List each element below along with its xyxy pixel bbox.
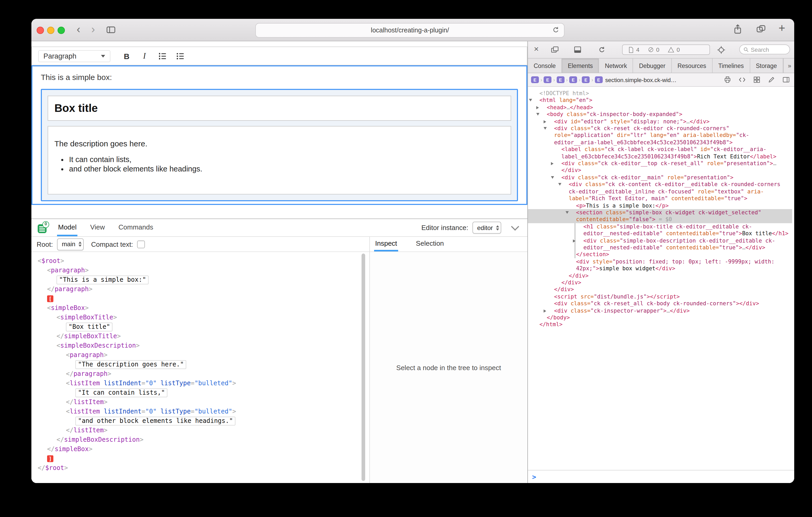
collapse-inspector-button[interactable] <box>511 223 519 232</box>
new-tab-button[interactable]: + <box>779 22 785 35</box>
tab-model[interactable]: Model <box>57 219 78 236</box>
tab-console[interactable]: Console <box>528 59 562 73</box>
breadcrumb-element-badge[interactable]: E <box>569 76 577 83</box>
dom-tree-line[interactable]: </html> <box>528 321 792 328</box>
model-tree-line[interactable]: <simpleBoxTitle> <box>31 313 369 322</box>
dom-tree-line[interactable]: <head>…</head> <box>528 104 792 111</box>
model-tree[interactable]: <$root><paragraph>"This is a simple box:… <box>31 252 369 483</box>
model-tree-line[interactable]: <simpleBox> <box>31 303 369 313</box>
tab-network[interactable]: Network <box>599 59 633 73</box>
tab-timelines[interactable]: Timelines <box>713 59 750 73</box>
address-bar[interactable]: localhost/creating-a-plugin/ <box>255 23 564 38</box>
model-text-node[interactable]: "The description goes here." <box>75 360 186 369</box>
dom-tree-line[interactable]: <div class="ck ck-content ck-editor__edi… <box>528 181 792 202</box>
reload-button[interactable] <box>551 26 560 34</box>
tab-resources[interactable]: Resources <box>672 59 713 73</box>
editor-editable-area[interactable]: This is a simple box: Box title The desc… <box>31 65 527 205</box>
bold-button[interactable]: B <box>119 49 135 63</box>
model-tree-line[interactable]: </paragraph> <box>31 284 369 294</box>
simple-box-widget[interactable]: Box title The description goes here. It … <box>41 89 518 201</box>
model-tree-line[interactable]: "and other block elements like headings.… <box>31 416 369 426</box>
dom-tree-line[interactable]: <script src="dist/bundle.js"></script> <box>528 293 792 300</box>
minimize-window-button[interactable] <box>47 27 54 34</box>
disclosure-triangle-icon[interactable] <box>549 118 554 125</box>
tab-overview-button[interactable] <box>755 24 766 34</box>
model-tree-line[interactable]: <paragraph> <box>31 266 369 275</box>
dock-bottom-button[interactable] <box>572 44 583 55</box>
numbered-list-button[interactable] <box>154 49 170 63</box>
disclosure-triangle-icon[interactable] <box>542 104 547 111</box>
breadcrumb-element-badge[interactable]: E <box>544 76 552 83</box>
print-styles-button[interactable] <box>724 76 731 84</box>
disclosure-triangle-icon[interactable] <box>578 237 583 244</box>
disclosure-triangle-icon[interactable] <box>534 97 540 104</box>
disclosure-triangle-icon[interactable] <box>563 181 569 188</box>
dom-tree-line[interactable]: </div> <box>528 286 792 293</box>
editor-paragraph[interactable]: This is a simple box: <box>41 73 518 82</box>
dom-tree-line[interactable]: <div class="ck ck-reset ck-editor ck-rou… <box>528 125 792 146</box>
list-item[interactable]: It can contain lists, <box>69 155 504 163</box>
tab-elements[interactable]: Elements <box>562 59 599 73</box>
console-prompt[interactable]: > <box>528 470 794 483</box>
layout-grid-button[interactable] <box>753 76 761 84</box>
tab-view[interactable]: View <box>89 219 106 236</box>
model-tree-line[interactable]: "This is a simple box:" <box>31 275 369 284</box>
close-window-button[interactable] <box>37 27 44 34</box>
paragraph-style-dropdown[interactable]: Paragraph <box>38 50 110 62</box>
disclosure-triangle-icon[interactable] <box>549 307 554 314</box>
back-button[interactable]: ‹ <box>72 23 85 36</box>
breadcrumb-element-badge[interactable]: E <box>531 76 539 83</box>
error-count-badge[interactable]: 0 <box>648 47 659 53</box>
dom-tree-line[interactable]: <div class="ck ck-editor__main" role="pr… <box>528 174 792 181</box>
disclosure-triangle-icon[interactable] <box>556 174 561 181</box>
model-tree-line[interactable]: <listItem listIndent="0" listType="bulle… <box>31 378 369 388</box>
model-tree-line[interactable]: "It can contain lists," <box>31 388 369 397</box>
share-button[interactable] <box>732 24 743 35</box>
description-paragraph[interactable]: The description goes here. <box>54 139 504 148</box>
dom-tree[interactable]: <!DOCTYPE html><html lang="en"><head>…</… <box>528 87 794 470</box>
model-text-node[interactable]: "Box title" <box>66 323 113 331</box>
model-tree-line[interactable]: <paragraph> <box>31 350 369 360</box>
tab-debugger[interactable]: Debugger <box>633 59 672 73</box>
dom-tree-line[interactable]: <div style="position: fixed; top: 0px; l… <box>528 258 792 272</box>
disclosure-triangle-icon[interactable] <box>549 125 554 132</box>
dom-tree-line[interactable]: </div> <box>528 279 792 286</box>
inspector-search-field[interactable]: Search <box>739 44 790 54</box>
dom-tree-line[interactable]: <label class="ck ck-label ck-voice-label… <box>528 146 792 160</box>
details-sidebar-button[interactable] <box>782 76 790 84</box>
root-select[interactable]: main <box>57 238 84 250</box>
disclosure-triangle-icon[interactable] <box>542 111 547 118</box>
model-tree-line[interactable]: </$root> <box>31 463 369 473</box>
warning-count-badge[interactable]: 0 <box>668 47 680 53</box>
reload-page-button[interactable] <box>596 44 607 55</box>
breadcrumb-element-badge[interactable]: E <box>556 76 564 83</box>
model-tree-line[interactable]: </paragraph> <box>31 369 369 378</box>
list-item[interactable]: and other block elements like headings. <box>69 165 504 173</box>
breadcrumb-element-badge[interactable]: E <box>582 76 590 83</box>
tab-inspect[interactable]: Inspect <box>374 237 398 251</box>
simple-box-description[interactable]: The description goes here. It can contai… <box>48 126 511 194</box>
dom-tree-line[interactable]: </body> <box>528 314 792 321</box>
model-tree-line[interactable]: <listItem listIndent="0" listType="bulle… <box>31 407 369 416</box>
model-tree-line[interactable]: </listItem> <box>31 397 369 407</box>
model-tree-line[interactable]: <$root> <box>31 256 369 266</box>
simple-box-title[interactable]: Box title <box>48 96 511 121</box>
breadcrumb-element-badge[interactable]: E <box>594 76 603 83</box>
tab-selection[interactable]: Selection <box>415 237 445 251</box>
compact-text-checkbox[interactable] <box>137 240 145 248</box>
model-tree-line[interactable]: ] <box>31 454 369 463</box>
dom-tree-line[interactable]: <h1 class="simple-box-title ck-editor__e… <box>575 223 792 237</box>
dom-tree-line[interactable]: <div class="ck ck-reset_all ck-body ck-r… <box>528 300 792 307</box>
italic-button[interactable]: I <box>137 49 152 63</box>
resource-count-badge[interactable]: 4 <box>628 46 639 53</box>
model-tree-line[interactable]: </simpleBoxTitle> <box>31 331 369 341</box>
dom-tree-line[interactable]: <div class="ck-inspector-wrapper">…</div… <box>528 307 792 314</box>
dom-tree-line[interactable]: </section> <box>575 251 792 258</box>
model-text-node[interactable]: "It can contain lists," <box>75 388 167 397</box>
tab-commands[interactable]: Commands <box>117 219 154 236</box>
dom-tree-line[interactable]: <html lang="en"> <box>528 97 792 104</box>
model-tree-line[interactable]: <simpleBoxDescription> <box>31 341 369 350</box>
model-tree-line[interactable]: "The description goes here." <box>31 360 369 369</box>
dock-side-button[interactable] <box>549 44 560 55</box>
model-tree-line[interactable]: [ <box>31 294 369 303</box>
